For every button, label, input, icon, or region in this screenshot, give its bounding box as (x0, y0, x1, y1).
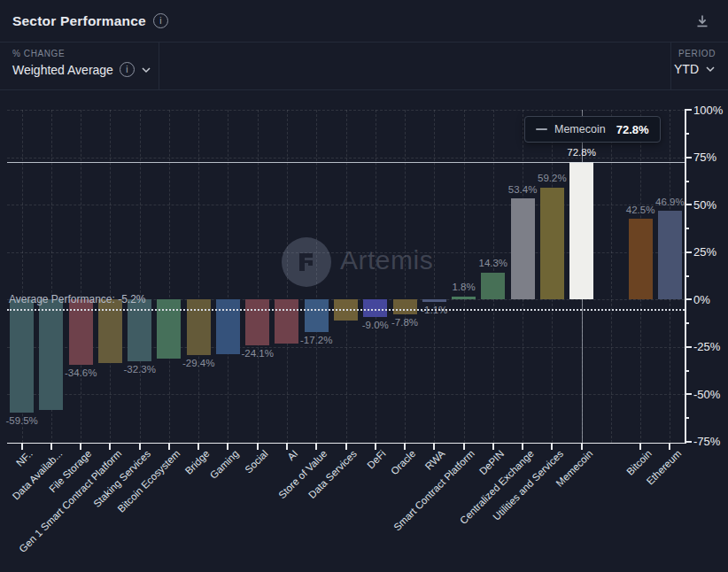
x-tick (551, 444, 553, 450)
x-category-label-gaming: Gaming (208, 448, 241, 481)
x-tick (375, 444, 376, 450)
bar-nf[interactable] (10, 299, 34, 412)
vertical-gridline (405, 110, 406, 443)
x-tick (463, 444, 465, 450)
x-tick (404, 444, 406, 450)
bar-depin[interactable] (481, 273, 505, 300)
x-category-label-defi: DeFi (366, 448, 389, 471)
tooltip-series-name: Memecoin (554, 123, 606, 135)
vertical-gridline (376, 110, 376, 443)
x-tick (639, 444, 641, 450)
tooltip-series-marker-icon (536, 128, 547, 131)
bar-value-label: 59.2% (538, 173, 567, 183)
bar-value-label: -9.0% (362, 320, 389, 330)
bar-ai[interactable] (275, 299, 298, 344)
bar-bitcoin[interactable] (629, 219, 653, 299)
vertical-gridline (169, 110, 170, 443)
y-tick-major (685, 251, 692, 253)
y-tick-minor (685, 228, 689, 229)
period-value: YTD (674, 62, 699, 76)
vertical-gridline (198, 110, 199, 443)
bar-oracle[interactable] (393, 299, 417, 314)
x-tick (109, 444, 111, 450)
bar-value-label: -24.1% (241, 348, 273, 359)
y-tick-minor (685, 275, 689, 277)
download-icon (693, 12, 711, 30)
y-tick-label: -25% (693, 340, 720, 353)
bar-store-of-value[interactable] (305, 299, 329, 332)
vertical-gridline (140, 110, 141, 443)
y-tick-major (685, 393, 692, 395)
bar-value-label: 72.8% (567, 147, 596, 158)
x-category-label-rwa: RWA (423, 448, 447, 472)
x-tick (80, 444, 81, 450)
horizontal-gridline (7, 110, 685, 111)
bar-value-label: -17.2% (300, 335, 332, 345)
x-tick (492, 444, 494, 450)
chevron-down-icon (141, 66, 151, 73)
bar-value-label: 1.8% (452, 282, 475, 292)
bar-value-label: 53.4% (508, 184, 538, 195)
artemis-logo-icon (282, 237, 331, 287)
bar-memecoin[interactable] (569, 162, 593, 300)
bar-value-label: -7.8% (391, 317, 418, 328)
vertical-gridline (228, 110, 228, 443)
bar-data-availab[interactable] (39, 299, 63, 410)
bar-social[interactable] (245, 299, 269, 345)
x-category-label-bitcoin: Bitcoin (624, 448, 654, 477)
chart-tooltip: Memecoin 72.8% (524, 116, 661, 143)
x-tick (522, 444, 523, 450)
bar-value-label: 42.5% (626, 205, 655, 215)
x-tick (669, 444, 670, 450)
bar-value-label: 46.9% (655, 197, 685, 207)
vertical-gridline (81, 110, 81, 443)
x-category-label-oracle: Oracle (389, 448, 417, 476)
metric-label: % CHANGE (12, 49, 159, 58)
x-category-label-social: Social (244, 448, 271, 475)
chart-controls: % CHANGE Weighted Average i PERIOD YTD (0, 43, 728, 90)
title-info-icon[interactable]: i (153, 13, 168, 28)
metric-dropdown[interactable]: Weighted Average i (12, 62, 159, 77)
tooltip-series-value: 72.8% (616, 123, 649, 136)
bar-smart-contract-platform[interactable] (452, 297, 476, 300)
vertical-gridline (346, 110, 347, 443)
page-title: Sector Performance (12, 13, 146, 29)
horizontal-gridline (7, 394, 685, 395)
x-tick (315, 444, 317, 450)
y-tick-major (685, 441, 692, 443)
y-tick-label: 25% (693, 245, 716, 259)
period-label: PERIOD (671, 49, 716, 58)
vertical-gridline (611, 110, 612, 443)
metric-value: Weighted Average (12, 63, 113, 77)
bar-centralized-exchange[interactable] (511, 198, 535, 299)
bar-value-label: 14.3% (478, 258, 507, 268)
y-tick-label: 75% (693, 151, 716, 164)
y-tick-label: 50% (693, 198, 716, 212)
card-header: Sector Performance i (0, 0, 728, 43)
y-tick-minor (685, 322, 689, 324)
x-category-label-bridge: Bridge (183, 448, 212, 476)
x-tick (581, 444, 583, 450)
download-button[interactable] (693, 12, 712, 31)
x-tick (50, 444, 52, 450)
y-tick-major (685, 298, 692, 300)
x-tick (168, 444, 170, 450)
bar-ethereum[interactable] (658, 211, 682, 299)
x-tick (227, 444, 228, 450)
axis-pointer-hline (7, 162, 685, 163)
x-tick (21, 444, 23, 450)
vertical-gridline (110, 110, 111, 443)
y-tick-minor (685, 370, 689, 372)
metric-selector[interactable]: % CHANGE Weighted Average i (0, 43, 159, 89)
period-dropdown[interactable]: YTD (671, 62, 716, 76)
metric-info-icon[interactable]: i (120, 62, 135, 77)
x-tick (433, 444, 435, 450)
x-category-label-ai: AI (285, 448, 299, 462)
y-tick-major (685, 157, 692, 158)
y-tick-major (685, 109, 692, 111)
y-tick-label: 100% (693, 104, 723, 117)
bar-value-label: -29.4% (182, 358, 214, 368)
bar-utilities-and-services[interactable] (540, 188, 564, 300)
bar-rwa[interactable] (422, 299, 446, 301)
period-selector[interactable]: PERIOD YTD (670, 43, 728, 89)
